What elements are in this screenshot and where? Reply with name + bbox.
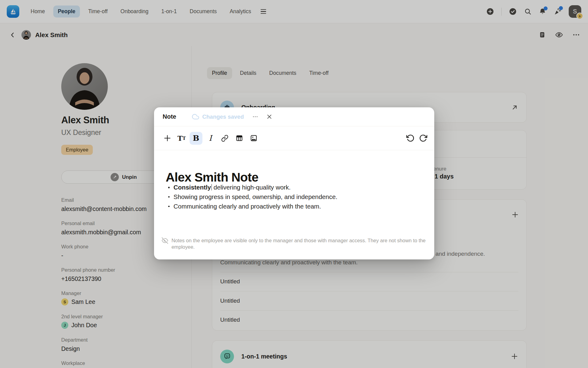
note-bullet-1: Consistently delivering high-quality wor… bbox=[168, 183, 337, 192]
note-modal-title: Note bbox=[163, 113, 176, 120]
note-visibility-text: Notes on the employee are visible only t… bbox=[172, 237, 429, 250]
italic-button[interactable]: I bbox=[204, 132, 217, 145]
link-button[interactable] bbox=[218, 132, 231, 145]
undo-icon[interactable] bbox=[406, 134, 414, 142]
table-button[interactable] bbox=[233, 132, 246, 145]
save-status: Changes saved bbox=[192, 113, 244, 120]
redo-icon[interactable] bbox=[419, 134, 428, 142]
bullet-text: Showing progress in speed, ownership, an… bbox=[174, 192, 337, 202]
note-modal: Note Changes saved bbox=[154, 107, 434, 259]
bullet-dot bbox=[168, 187, 170, 188]
bullet-text: delivering high-quality work. bbox=[212, 184, 291, 191]
close-icon[interactable] bbox=[266, 113, 273, 120]
note-more-options-icon[interactable] bbox=[252, 114, 258, 120]
save-status-text: Changes saved bbox=[202, 113, 244, 120]
bullet-dot bbox=[168, 196, 170, 198]
history-buttons bbox=[406, 134, 428, 142]
note-bullet-2: Showing progress in speed, ownership, an… bbox=[168, 192, 337, 202]
app-root: Home People Time-off Onboarding 1-on-1 D… bbox=[0, 0, 588, 368]
text-style-button[interactable]: TT bbox=[175, 132, 188, 145]
image-button[interactable] bbox=[247, 132, 260, 145]
eye-off-icon bbox=[162, 237, 168, 250]
note-visibility-footer: Notes on the employee are visible only t… bbox=[162, 237, 431, 250]
bold-button[interactable]: B bbox=[190, 132, 202, 145]
note-bullet-3: Communicating clearly and proactively wi… bbox=[168, 202, 337, 211]
bullet-dot bbox=[168, 206, 170, 207]
bullet-text: Communicating clearly and proactively wi… bbox=[174, 202, 321, 211]
note-bullet-list: Consistently delivering high-quality wor… bbox=[168, 183, 337, 211]
insert-plus-button[interactable] bbox=[161, 132, 174, 145]
note-modal-header: Note Changes saved bbox=[154, 107, 434, 126]
editor-toolbar: TT B I bbox=[154, 126, 434, 150]
cloud-icon bbox=[192, 113, 199, 120]
bold-text: Consistently bbox=[174, 184, 211, 191]
